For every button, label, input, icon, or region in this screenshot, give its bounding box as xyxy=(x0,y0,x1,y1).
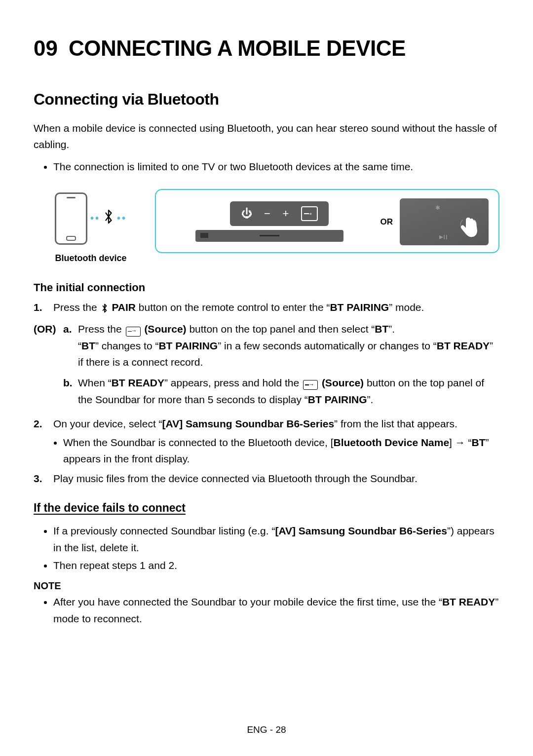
signal-dots-left: •• xyxy=(90,213,100,224)
source-icon xyxy=(126,327,141,337)
or-label-inline: (OR) xyxy=(34,321,63,411)
step-number: 3. xyxy=(34,470,53,487)
note-bullet: After you have connected the Soundbar to… xyxy=(53,594,499,627)
page-title: 09CONNECTING A MOBILE DEVICE xyxy=(34,36,499,61)
bt-small-icon: ✱ xyxy=(435,204,440,211)
fail-connect-heading: If the device fails to connect xyxy=(34,501,499,515)
or-label: OR xyxy=(381,217,393,227)
source-icon xyxy=(303,380,318,390)
signal-dots-right: •• xyxy=(117,213,127,224)
soundbar-diagram-box: ⏻ − + OR ✱ ▸ıı xyxy=(155,189,499,253)
step-number: 2. xyxy=(34,416,53,468)
step-3-text: Play music files from the device connect… xyxy=(53,470,499,487)
chapter-number: 09 xyxy=(34,36,58,60)
fail-bullet-2: Then repeat steps 1 and 2. xyxy=(53,557,499,574)
bluetooth-icon xyxy=(101,301,108,316)
substep-a-text: Press the (Source) button on the top pan… xyxy=(78,321,499,371)
bluetooth-icon xyxy=(103,209,114,227)
note-heading: NOTE xyxy=(34,580,499,592)
plus-icon: + xyxy=(283,207,289,220)
soundbar-illustration: ⏻ − + xyxy=(195,202,343,242)
section-heading: Connecting via Bluetooth xyxy=(34,90,499,109)
initial-connection-heading: The initial connection xyxy=(34,281,499,294)
hand-icon xyxy=(453,214,482,242)
step-1-text: Press the PAIR button on the remote cont… xyxy=(53,299,499,316)
limitation-bullet: The connection is limited to one TV or t… xyxy=(53,158,499,175)
step-2-sub-bullet: When the Soundbar is connected to the Bl… xyxy=(63,434,499,467)
phone-icon xyxy=(55,192,87,245)
step-number: 1. xyxy=(34,299,53,316)
connection-diagram: •• •• Bluetooth device ⏻ − + xyxy=(37,189,499,264)
bluetooth-device-label: Bluetooth device xyxy=(37,253,145,264)
play-small-icon: ▸ıı xyxy=(439,232,448,241)
fail-bullet-1: If a previously connected Soundbar listi… xyxy=(53,523,499,556)
minus-icon: − xyxy=(264,207,270,220)
intro-text: When a mobile device is connected using … xyxy=(34,120,499,152)
power-icon: ⏻ xyxy=(241,207,252,220)
substep-letter: a. xyxy=(63,321,78,371)
substep-letter: b. xyxy=(63,375,78,408)
soundbar-touch-illustration: ✱ ▸ıı xyxy=(400,198,489,245)
substep-b-text: When “BT READY” appears, press and hold … xyxy=(78,375,499,408)
page-footer: ENG - 28 xyxy=(0,724,533,735)
source-button-icon xyxy=(301,206,318,221)
chapter-title: CONNECTING A MOBILE DEVICE xyxy=(69,36,406,60)
step-2-text: On your device, select “[AV] Samsung Sou… xyxy=(53,416,499,468)
